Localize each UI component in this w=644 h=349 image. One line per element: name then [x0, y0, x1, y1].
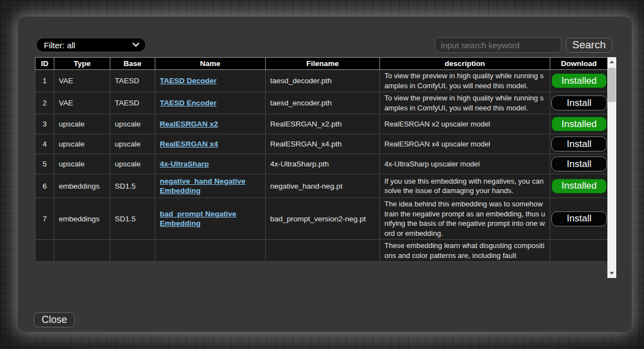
table-row: 5upscaleupscale4x-UltraSharp4x-UltraShar… — [36, 154, 608, 174]
installed-button[interactable]: Installed — [551, 179, 607, 194]
cell-download — [550, 240, 608, 262]
cell-type: upscale — [54, 154, 110, 174]
cell-id: 1 — [36, 70, 54, 92]
model-name-link[interactable]: negative_hand Negative Embedding — [160, 177, 246, 195]
cell-filename: bad_prompt_version2-neg.pt — [266, 198, 380, 240]
close-button[interactable]: Close — [34, 312, 75, 327]
model-name-link[interactable]: bad_prompt Negative Embedding — [160, 210, 236, 227]
cell-base: upscale — [110, 154, 155, 174]
model-manager-dialog: Filter: all Search IDTypeBaseNameFilenam… — [18, 17, 632, 332]
cell-download: Install — [550, 198, 608, 240]
cell-name: negative_hand Negative Embedding — [155, 174, 266, 198]
table-scrollbar[interactable] — [607, 57, 616, 278]
cell-filename: RealESRGAN_x2.pth — [266, 114, 380, 134]
cell-name: RealESRGAN x2 — [155, 114, 266, 134]
table-row: 7embeddingsSD1.5bad_prompt Negative Embe… — [36, 198, 608, 240]
cell-filename: 4x-UltraSharp.pth — [266, 154, 380, 174]
cell-download: Installed — [550, 70, 608, 92]
cell-base: SD1.5 — [110, 198, 155, 240]
cell-base: upscale — [110, 114, 155, 134]
column-header-name: Name — [155, 58, 266, 70]
cell-filename: negative_hand-neg.pt — [266, 174, 380, 198]
cell-base: TAESD — [110, 70, 155, 92]
cell-download: Install — [550, 154, 608, 174]
table-row: 3upscaleupscaleRealESRGAN x2RealESRGAN_x… — [36, 114, 608, 134]
model-name-link[interactable]: TAESD Decoder — [160, 77, 217, 85]
table-zone: IDTypeBaseNameFilenamedescriptionDownloa… — [35, 57, 616, 278]
search-group: Search — [435, 37, 612, 53]
cell-type: embeddings — [54, 198, 110, 240]
cell-name: 4x-UltraSharp — [155, 154, 266, 174]
cell-id: 2 — [36, 92, 54, 114]
cell-type — [54, 240, 110, 262]
cell-download: Install — [550, 134, 608, 154]
table-row: 4upscaleupscaleRealESRGAN x4RealESRGAN_x… — [36, 134, 608, 154]
cell-base: TAESD — [110, 92, 155, 114]
cell-filename: taesd_encoder.pth — [266, 92, 380, 114]
dialog-topbar: Filter: all Search — [36, 37, 612, 53]
cell-description: If you use this embedding with negatives… — [380, 174, 550, 198]
scroll-down-button[interactable] — [607, 269, 616, 278]
cell-description: The idea behind this embedding was to so… — [380, 198, 550, 240]
cell-id — [36, 240, 54, 262]
model-name-link[interactable]: 4x-UltraSharp — [160, 160, 209, 168]
cell-base: upscale — [110, 134, 155, 154]
models-table: IDTypeBaseNameFilenamedescriptionDownloa… — [35, 57, 607, 262]
cell-filename: taesd_decoder.pth — [266, 70, 380, 92]
cell-download: Installed — [550, 174, 608, 198]
table-header-row: IDTypeBaseNameFilenamedescriptionDownloa… — [36, 58, 608, 70]
search-input[interactable] — [435, 37, 561, 53]
scroll-up-button[interactable] — [607, 57, 616, 67]
cell-filename: RealESRGAN_x4.pth — [266, 134, 380, 154]
cell-base: SD1.5 — [110, 174, 155, 198]
column-header-id: ID — [36, 58, 54, 70]
cell-filename — [266, 240, 380, 262]
cell-description: RealESRGAN x2 upscaler model — [380, 114, 550, 134]
cell-base — [110, 240, 155, 262]
cell-type: VAE — [54, 70, 110, 92]
cell-id: 3 — [36, 114, 54, 134]
scrollbar-thumb[interactable] — [608, 68, 616, 102]
table-row: 6embeddingsSD1.5negative_hand Negative E… — [36, 174, 608, 198]
cell-download: Installed — [550, 114, 608, 134]
model-name-link[interactable]: RealESRGAN x2 — [160, 120, 218, 128]
cell-id: 4 — [36, 134, 54, 154]
column-header-filename: Filename — [266, 58, 380, 70]
model-name-link[interactable]: TAESD Encoder — [160, 99, 217, 107]
table-row: 1VAETAESDTAESD Decodertaesd_decoder.pthT… — [36, 70, 608, 92]
filter-select-wrap: Filter: all — [36, 38, 146, 52]
triangle-down-icon — [610, 272, 614, 275]
cell-type: upscale — [54, 114, 110, 134]
cell-download: Install — [550, 92, 608, 114]
cell-name: TAESD Encoder — [155, 92, 266, 114]
cell-id: 6 — [36, 174, 54, 198]
model-name-link[interactable]: RealESRGAN x4 — [160, 140, 218, 148]
cell-type: VAE — [54, 92, 110, 114]
filter-select[interactable]: Filter: all — [36, 38, 146, 52]
cell-type: embeddings — [54, 174, 110, 198]
cell-id: 7 — [36, 198, 54, 240]
table-row: 2VAETAESDTAESD Encodertaesd_encoder.pthT… — [36, 92, 608, 114]
install-button[interactable]: Install — [551, 211, 607, 226]
cell-type: upscale — [54, 134, 110, 154]
table-row: These embedding learn what disgusting co… — [36, 240, 608, 262]
cell-name: TAESD Decoder — [155, 70, 266, 92]
column-header-base: Base — [110, 58, 155, 70]
triangle-up-icon — [610, 60, 614, 63]
install-button[interactable]: Install — [551, 136, 607, 151]
column-header-type: Type — [54, 58, 110, 70]
search-button[interactable]: Search — [566, 38, 612, 53]
cell-name: RealESRGAN x4 — [155, 134, 266, 154]
installed-button[interactable]: Installed — [551, 73, 607, 88]
installed-button[interactable]: Installed — [551, 117, 607, 131]
install-button[interactable]: Install — [551, 156, 607, 171]
install-button[interactable]: Install — [551, 95, 607, 110]
column-header-description: description — [380, 58, 550, 70]
cell-description: To view the preview in high quality whil… — [380, 92, 550, 114]
cell-description: 4x-UltraSharp upscaler model — [380, 154, 550, 174]
cell-description: To view the preview in high quality whil… — [380, 70, 550, 92]
table-clip: IDTypeBaseNameFilenamedescriptionDownloa… — [35, 57, 607, 278]
cell-id: 5 — [36, 154, 54, 174]
cell-description: RealESRGAN x4 upscaler model — [380, 134, 550, 154]
cell-name — [155, 240, 266, 262]
